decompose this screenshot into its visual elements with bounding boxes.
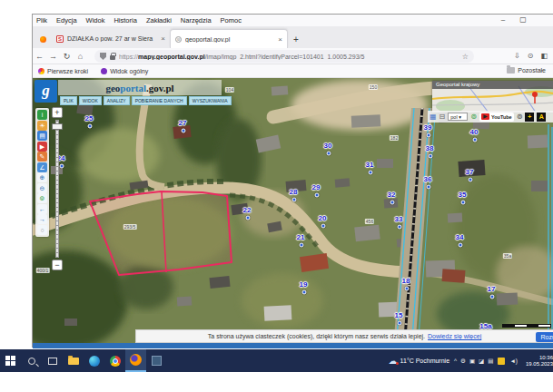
youtube-button[interactable]: ▶ YouTube (479, 113, 514, 122)
reload-icon[interactable]: ↻ (60, 52, 74, 61)
back-extent-icon[interactable]: ← (37, 204, 47, 214)
home-icon[interactable]: ⌂ (74, 52, 87, 61)
overview-minimap[interactable]: Geoportal krajowy (432, 81, 553, 113)
zoom-in-button[interactable]: + (52, 107, 63, 118)
tab-close-icon[interactable]: × (278, 35, 282, 44)
info-icon[interactable]: i (37, 110, 47, 120)
menu-item-2[interactable]: Edycja (56, 16, 77, 24)
maximize-button[interactable]: ▢ (517, 15, 529, 24)
forward-icon[interactable]: → (46, 52, 60, 61)
bookmark-pierwsze-kroki[interactable]: Pierwsze kroki (38, 68, 88, 74)
taskbar-weather[interactable]: ☁ 11°C Pochmurnie (389, 356, 449, 366)
map-point-label-37[interactable]: 37 (466, 169, 474, 176)
map-point-label-39[interactable]: 39 (424, 124, 432, 132)
map-point-dot-30[interactable] (327, 152, 331, 156)
back-icon[interactable]: ← (33, 52, 46, 61)
lock-icon[interactable] (110, 55, 115, 60)
map-point-dot-15[interactable] (398, 321, 402, 326)
tracking-shield-icon[interactable] (100, 53, 106, 60)
account-icon[interactable]: ⊙ (528, 52, 534, 60)
start-button[interactable] (0, 349, 21, 372)
map-point-dot-31[interactable] (369, 171, 373, 175)
tab-dzialka[interactable]: S DZIAŁKA o pow. 27 ar w Siera × (52, 29, 170, 48)
geoportal-menu-pobieranie-danych[interactable]: POBIERANIE DANYCH (132, 96, 187, 105)
extensions-icon[interactable]: ◧ (540, 52, 548, 60)
map-point-label-19[interactable]: 19 (300, 281, 308, 289)
map-point-label-25[interactable]: 25 (85, 115, 94, 122)
menu-item-6[interactable]: Narzędzia (181, 16, 212, 24)
tray-icon-4[interactable]: ◪ (479, 358, 484, 365)
menu-item-5[interactable]: Zakładki (146, 16, 172, 24)
globe-tool-icon[interactable]: ⊚ (37, 193, 47, 203)
map-point-label-28[interactable]: 28 (290, 189, 298, 196)
map-point-dot-28[interactable] (292, 198, 297, 202)
globe-icon[interactable]: ⊚ (517, 113, 523, 121)
menu-item-3[interactable]: Widok (86, 16, 105, 24)
map-point-label-27[interactable]: 27 (179, 120, 187, 127)
geoportal-menu-widok[interactable]: WIDOK (79, 96, 102, 105)
url-bar[interactable]: https://mapy.geoportal.gov.pl/imap/Imgp_… (94, 50, 474, 63)
map-point-dot-19[interactable] (302, 290, 307, 295)
map-point-dot-33[interactable] (398, 225, 402, 230)
menu-item-4[interactable]: Historia (114, 16, 136, 24)
map-point-label-30[interactable]: 30 (324, 142, 332, 150)
tray-icon-2[interactable]: ⚙ (460, 358, 466, 365)
settings-icon[interactable]: ○ (37, 225, 47, 235)
map-point-dot-32[interactable] (390, 201, 395, 205)
tray-icon-3[interactable]: ▣ (469, 358, 475, 365)
cookie-accept-button[interactable]: Rozumiem (536, 332, 553, 342)
globe-green-icon[interactable]: ⊚ (470, 113, 477, 121)
bookmark-widok-ogolny[interactable]: Widok ogólny (101, 68, 148, 74)
map-point-label-32[interactable]: 32 (388, 191, 396, 199)
map-viewport[interactable]: 2527243031292832222033213439403837363519… (33, 78, 553, 348)
map-point-label-17[interactable]: 17 (488, 286, 496, 293)
map-point-label-21[interactable]: 21 (297, 234, 305, 241)
map-point-dot-22[interactable] (246, 216, 251, 220)
taskbar-search-button[interactable] (21, 349, 42, 372)
task-view-button[interactable] (42, 349, 63, 372)
new-tab-button[interactable]: + (293, 34, 299, 44)
map-point-dot-35[interactable] (461, 201, 466, 205)
menu-item-7[interactable]: Pomoc (221, 16, 242, 24)
map-point-label-40[interactable]: 40 (470, 129, 479, 136)
zoom-slider[interactable]: + − (52, 107, 64, 272)
map-point-label-31[interactable]: 31 (366, 162, 374, 169)
map-point-label-18[interactable]: 18 (402, 278, 410, 285)
geoportal-menu-plik[interactable]: PLIK (60, 96, 77, 105)
map-point-label-35[interactable]: 35 (459, 191, 467, 199)
language-select[interactable]: pol ▾ (448, 113, 468, 121)
map-point-label-15[interactable]: 15 (395, 312, 403, 319)
edge-button[interactable] (84, 349, 104, 372)
geoportal-menu-analizy[interactable]: ANALIZY (104, 96, 130, 105)
zoom-track[interactable] (55, 120, 59, 258)
map-point-dot-34[interactable] (459, 243, 463, 248)
contrast-font-button[interactable]: A (537, 113, 546, 122)
zoom-out-button[interactable]: − (52, 260, 63, 270)
map-point-label-22[interactable]: 22 (243, 207, 252, 214)
map-point-dot-25[interactable] (88, 124, 93, 129)
tab-close-icon[interactable]: × (161, 34, 165, 43)
map-point-dot-21[interactable] (300, 243, 304, 248)
volume-icon[interactable]: ◄) (509, 358, 518, 364)
bookmark-star-icon[interactable]: ☆ (462, 53, 469, 61)
map-point-dot-39[interactable] (427, 133, 431, 138)
menu-item-1[interactable]: Plik (36, 16, 47, 24)
zoom-out-icon[interactable]: ⊖ (37, 183, 47, 193)
photos-app-button[interactable] (146, 349, 167, 372)
screen-icon[interactable]: ▤ (37, 131, 47, 141)
grid-icon[interactable]: ▦ (430, 113, 437, 121)
draw-icon[interactable]: ✎ (37, 152, 47, 162)
map-point-dot-40[interactable] (473, 138, 478, 142)
map-point-label-36[interactable]: 36 (424, 176, 432, 183)
contrast-plus-button[interactable]: + (525, 113, 534, 122)
map-point-dot-37[interactable] (469, 178, 473, 182)
cookie-more-link[interactable]: Dowiedz się więcej (428, 333, 481, 339)
tab-geoportal[interactable]: ⊚ geoportal.gov.pl × (170, 29, 288, 48)
map-point-dot-38[interactable] (429, 154, 433, 159)
firefox-pinned-icon[interactable] (40, 36, 46, 43)
zoom-handle[interactable] (52, 123, 63, 130)
tray-icon-1[interactable]: ^ (454, 358, 457, 364)
sun-icon[interactable]: ☀ (37, 121, 47, 131)
forward-extent-icon[interactable]: → (37, 214, 47, 224)
geoportal-logo[interactable]: g (35, 80, 57, 103)
